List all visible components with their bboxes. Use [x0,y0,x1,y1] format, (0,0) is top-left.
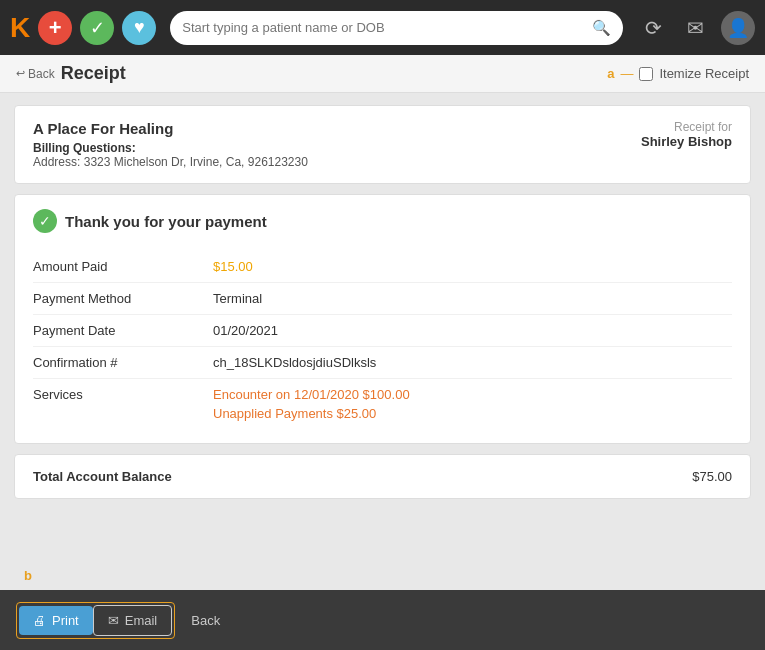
practice-row: A Place For Healing Billing Questions: A… [33,120,732,169]
heart-icon[interactable]: ♥ [122,11,156,45]
payment-method-value: Terminal [213,291,262,306]
email-label: Email [125,613,158,628]
search-input[interactable] [182,20,584,35]
itemize-dash: — [620,66,633,81]
search-bar[interactable]: 🔍 [170,11,623,45]
services-row: Services Encounter on 12/01/2020 $100.00… [33,379,732,429]
page-title: Receipt [61,63,126,84]
address-value: 3323 Michelson Dr, Irvine, Ca, 926123230 [84,155,308,169]
service-line-1: Encounter on 12/01/2020 $100.00 [213,387,410,402]
payment-details-card: ✓ Thank you for your payment Amount Paid… [14,194,751,444]
itemize-checkbox[interactable] [639,67,653,81]
email-icon: ✉ [108,613,119,628]
print-button[interactable]: 🖨 Print [19,606,93,635]
print-label: Print [52,613,79,628]
history-icon[interactable]: ⟳ [637,12,669,44]
page-header: ↩ Back Receipt a — Itemize Receipt [0,55,765,93]
checkmark-icon: ✓ [33,209,57,233]
practice-info-card: A Place For Healing Billing Questions: A… [14,105,751,184]
payment-method-label: Payment Method [33,291,213,306]
back-link[interactable]: ↩ Back [16,67,55,81]
back-label: Back [28,67,55,81]
email-button[interactable]: ✉ Email [93,605,173,636]
balance-value: $75.00 [692,469,732,484]
receipt-for-label: Receipt for [641,120,732,134]
bottom-bar: b 🖨 Print ✉ Email Back [0,590,765,650]
indicator-b: b [24,568,32,583]
nav-right-icons: ⟳ ✉ 👤 [637,11,755,45]
main-area: ↩ Back Receipt a — Itemize Receipt A Pla… [0,55,765,590]
confirmation-label: Confirmation # [33,355,213,370]
itemize-receipt-label: Itemize Receipt [659,66,749,81]
itemize-area: a — Itemize Receipt [607,66,749,81]
back-arrow-icon: ↩ [16,67,25,80]
search-icon: 🔍 [592,19,611,37]
confirmation-value: ch_18SLKDsldosjdiuSDlksls [213,355,376,370]
payment-method-row: Payment Method Terminal [33,283,732,315]
back-footer-label: Back [191,613,220,628]
top-navigation: K + ✓ ♥ 🔍 ⟳ ✉ 👤 [0,0,765,55]
address-prefix: Address: [33,155,80,169]
receipt-for-area: Receipt for Shirley Bishop [641,120,732,149]
action-buttons-group: 🖨 Print ✉ Email [16,602,175,639]
balance-card: Total Account Balance $75.00 [14,454,751,499]
amount-paid-row: Amount Paid $15.00 [33,251,732,283]
patient-name: Shirley Bishop [641,134,732,149]
payment-date-row: Payment Date 01/20/2021 [33,315,732,347]
kareo-logo[interactable]: K [10,12,30,44]
itemize-label-a: a [607,66,614,81]
thank-you-header: ✓ Thank you for your payment [33,209,732,233]
check-icon[interactable]: ✓ [80,11,114,45]
practice-name: A Place For Healing [33,120,308,137]
breadcrumb: ↩ Back Receipt [16,63,126,84]
amount-paid-label: Amount Paid [33,259,213,274]
services-label: Services [33,387,213,402]
payment-date-value: 01/20/2021 [213,323,278,338]
payment-date-label: Payment Date [33,323,213,338]
back-button-footer[interactable]: Back [183,606,228,635]
balance-label: Total Account Balance [33,469,172,484]
print-icon: 🖨 [33,613,46,628]
user-avatar[interactable]: 👤 [721,11,755,45]
content-panel: A Place For Healing Billing Questions: A… [0,93,765,590]
amount-paid-value: $15.00 [213,259,253,274]
service-line-2: Unapplied Payments $25.00 [213,406,410,421]
thank-you-text: Thank you for your payment [65,213,267,230]
confirmation-row: Confirmation # ch_18SLKDsldosjdiuSDlksls [33,347,732,379]
services-list: Encounter on 12/01/2020 $100.00 Unapplie… [213,387,410,421]
practice-address: Address: 3323 Michelson Dr, Irvine, Ca, … [33,155,308,169]
practice-billing-label: Billing Questions: [33,141,308,155]
practice-info-left: A Place For Healing Billing Questions: A… [33,120,308,169]
add-button[interactable]: + [38,11,72,45]
mail-icon[interactable]: ✉ [679,12,711,44]
